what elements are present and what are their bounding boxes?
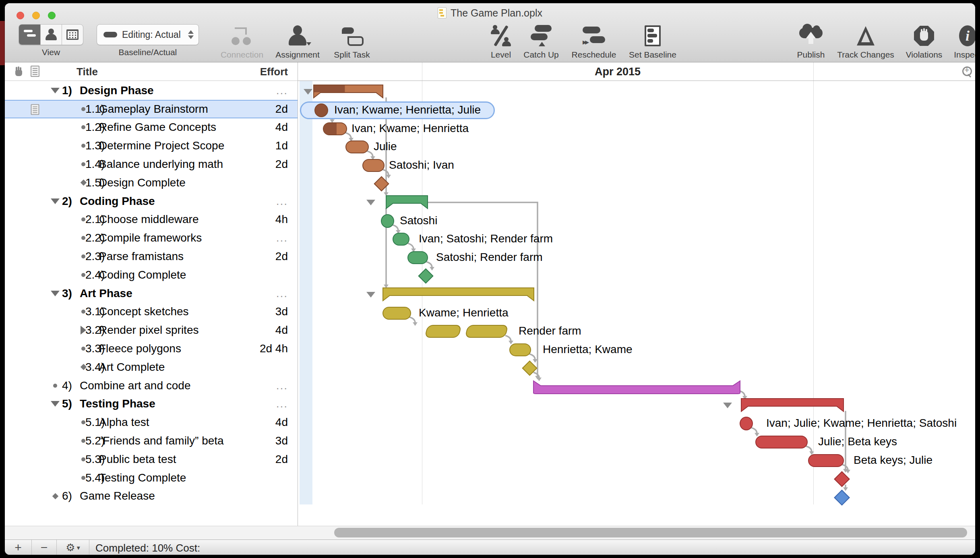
task-bar[interactable]	[393, 233, 409, 246]
milestone-diamond[interactable]	[522, 360, 537, 376]
view-calendar-button[interactable]	[62, 25, 83, 45]
phase-summary-bar[interactable]	[382, 287, 536, 302]
task-title: Concept sketches	[99, 305, 189, 318]
phase-summary-bar[interactable]	[741, 398, 846, 413]
task-bar[interactable]	[382, 307, 411, 320]
reschedule-label: Reschedule	[572, 50, 616, 60]
note-icon[interactable]	[31, 104, 39, 115]
level-label: Level	[491, 50, 511, 60]
short-task-bar[interactable]	[381, 214, 394, 228]
reschedule-icon: ▸▸	[583, 27, 605, 45]
split-task-bar-segment[interactable]	[465, 325, 509, 338]
outline-row-1.1[interactable]: 1.1)Gameplay Brainstorm2d	[5, 100, 298, 118]
add-task-button[interactable]: +	[5, 540, 31, 555]
disclosure-triangle-icon[interactable]	[51, 291, 60, 296]
month-gridline	[813, 81, 814, 504]
task-bullet-icon	[81, 347, 85, 351]
gantt-disclosure-triangle-icon[interactable]	[304, 89, 312, 95]
outline-row-3.4[interactable]: 3.4)Art Complete	[5, 358, 298, 376]
inspect-button[interactable]: i Inspect	[950, 24, 975, 60]
violations-button[interactable]: Violations	[902, 24, 946, 60]
task-bar[interactable]	[345, 141, 369, 153]
gantt-disclosure-triangle-icon[interactable]	[723, 403, 732, 408]
assignment-button[interactable]: Assignment	[271, 24, 324, 60]
gantt-disclosure-triangle-icon[interactable]	[366, 200, 375, 205]
assignment-label: Render farm	[519, 324, 581, 337]
task-bar[interactable]	[755, 436, 808, 448]
task-title: Determine Project Scope	[99, 139, 224, 152]
task-bar[interactable]	[509, 343, 531, 356]
outline-row-2[interactable]: 2)Coding Phase...	[5, 192, 298, 211]
outline-row-2.1[interactable]: 2.1)Choose middleware4h	[5, 211, 298, 229]
action-gear-button[interactable]: ⚙▾	[57, 540, 89, 555]
outline-row-5.4[interactable]: 5.4)Testing Complete	[5, 469, 298, 487]
task-bar[interactable]	[808, 454, 844, 467]
task-bar[interactable]	[407, 251, 428, 264]
omniplan-window: The Game Plan.oplx View Editing: Actual	[5, 3, 975, 555]
short-task-bar[interactable]	[314, 103, 328, 117]
view-resource-button[interactable]	[40, 25, 62, 45]
task-effort: ...	[276, 84, 288, 97]
outline-rows: 1)Design Phase...1.1)Gameplay Brainstorm…	[5, 81, 298, 505]
outline-row-2.2[interactable]: 2.2)Compile frameworks...	[5, 229, 298, 247]
level-button[interactable]: Level	[486, 24, 515, 60]
notes-column-icon[interactable]	[31, 66, 39, 77]
zoom-in-icon[interactable]	[961, 66, 973, 78]
set-baseline-icon	[645, 25, 661, 46]
title-column-header[interactable]: Title	[76, 66, 98, 78]
view-task-button[interactable]	[19, 25, 40, 45]
set-baseline-button[interactable]: Set Baseline	[626, 24, 680, 60]
outline-row-4[interactable]: 4)Combine art and code...	[5, 376, 298, 395]
task-effort: 2d	[275, 453, 288, 466]
outline-row-1.2[interactable]: 1.2)Refine Game Concepts4d	[5, 118, 298, 137]
outline-row-3.3[interactable]: 3.3)Fleece polygons2d 4h	[5, 339, 298, 358]
split-task-bar-segment[interactable]	[424, 325, 462, 338]
hand-column-icon[interactable]	[14, 66, 24, 77]
outline-row-3[interactable]: 3)Art Phase...	[5, 284, 298, 303]
baseline-actual-popup[interactable]: Editing: Actual	[97, 24, 199, 45]
outline-row-3.2[interactable]: 3.2)Render pixel sprites4d	[5, 321, 298, 339]
outline-row-3.1[interactable]: 3.1)Concept sketches3d	[5, 303, 298, 321]
catch-up-button[interactable]: Catch Up	[521, 24, 561, 60]
remove-task-button[interactable]: −	[32, 540, 56, 555]
split-task-button[interactable]: Split Task	[330, 24, 374, 60]
track-changes-button[interactable]: Track Changes	[835, 24, 896, 60]
disclosure-triangle-icon[interactable]	[51, 88, 60, 93]
outline-row-5.3[interactable]: 5.3)Public beta test2d	[5, 450, 298, 469]
outline-row-2.4[interactable]: 2.4)Coding Complete	[5, 266, 298, 284]
disclosure-triangle-icon[interactable]	[51, 401, 60, 407]
gantt-timeline-header[interactable]: Apr 2015	[298, 62, 975, 81]
phase-summary-bar[interactable]	[386, 195, 430, 210]
outline-row-5.1[interactable]: 5.1)Alpha test4d	[5, 413, 298, 432]
outline-row-1.3[interactable]: 1.3)Determine Project Scope1d	[5, 136, 298, 155]
effort-column-header[interactable]: Effort	[260, 66, 288, 78]
task-effort: ...	[276, 397, 288, 410]
horizontal-scrollbar-thumb[interactable]	[334, 528, 967, 537]
task-title: Art Phase	[80, 287, 132, 300]
outline-row-1.5[interactable]: 1.5)Design Complete	[5, 174, 298, 192]
outline-header: Title Effort	[5, 62, 298, 81]
outline-row-1.4[interactable]: 1.4)Balance underlying math2d	[5, 155, 298, 174]
publish-button[interactable]: Publish	[791, 24, 831, 60]
short-task-bar[interactable]	[740, 417, 753, 430]
milestone-diamond[interactable]	[418, 268, 433, 283]
milestone-diamond[interactable]	[834, 471, 850, 487]
gantt-disclosure-triangle-icon[interactable]	[366, 292, 375, 298]
task-number: 5)	[62, 397, 72, 410]
task-bar[interactable]	[323, 122, 347, 135]
outline-row-5.2[interactable]: 5.2)“Friends and family” beta3d	[5, 432, 298, 450]
milestone-diamond[interactable]	[834, 490, 850, 506]
outline-row-5[interactable]: 5)Testing Phase...	[5, 395, 298, 413]
outline-row-2.3[interactable]: 2.3)Parse framistans2d	[5, 247, 298, 266]
phase-summary-bar[interactable]	[313, 84, 385, 99]
combined-task-bar[interactable]	[533, 379, 742, 395]
gantt-view-icon	[24, 30, 36, 39]
task-bar[interactable]	[362, 159, 385, 172]
milestone-diamond[interactable]	[374, 176, 389, 191]
outline-row-1[interactable]: 1)Design Phase...	[5, 81, 298, 100]
disclosure-triangle-icon[interactable]	[51, 198, 60, 204]
reschedule-button[interactable]: ▸▸ Reschedule	[567, 24, 621, 60]
set-baseline-label: Set Baseline	[629, 50, 676, 60]
outline-row-6[interactable]: 6)Game Release	[5, 487, 298, 506]
task-effort: 2d	[275, 158, 288, 171]
